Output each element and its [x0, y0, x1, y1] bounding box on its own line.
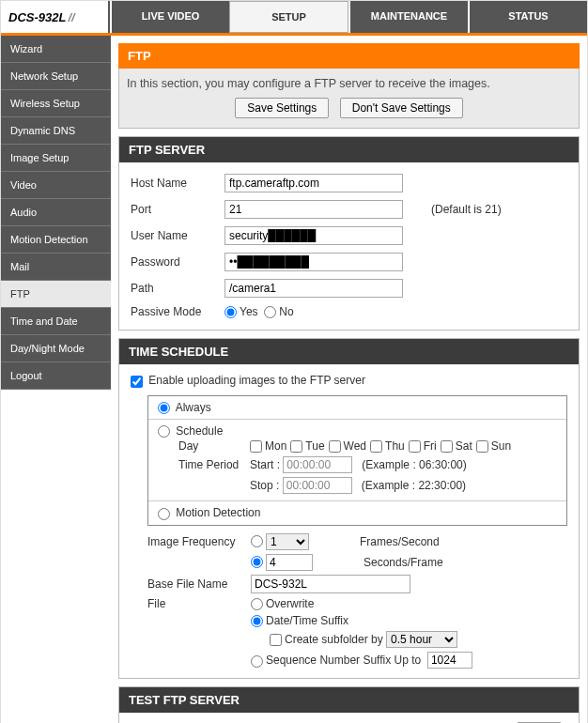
intro-box: In this section, you may configure a FTP…: [118, 69, 580, 129]
day-tue[interactable]: Tue: [290, 439, 324, 453]
motion-detection-option[interactable]: Motion Detection: [158, 506, 260, 519]
sequence-suffix-option[interactable]: Sequence Number Suffix Up to: [251, 654, 421, 667]
fps-select[interactable]: 1: [266, 533, 309, 550]
sidebar-item-day-night-mode[interactable]: Day/Night Mode: [1, 335, 111, 362]
test-ftp-heading: TEST FTP SERVER: [119, 687, 579, 713]
enable-upload-checkbox[interactable]: [131, 376, 143, 388]
host-name-input[interactable]: [224, 174, 403, 192]
intro-text: In this section, you may configure a FTP…: [125, 73, 573, 98]
file-label: File: [147, 597, 251, 610]
start-label: Start :: [250, 458, 280, 471]
tab-maintenance[interactable]: MAINTENANCE: [348, 1, 468, 33]
passive-no-option[interactable]: No: [264, 305, 293, 318]
base-file-name-label: Base File Name: [147, 577, 251, 591]
sidebar-item-logout[interactable]: Logout: [1, 362, 111, 390]
dont-save-settings-top-button[interactable]: Don't Save Settings: [340, 98, 463, 118]
sidebar-item-audio[interactable]: Audio: [1, 199, 111, 226]
time-schedule-heading: TIME SCHEDULE: [119, 339, 579, 364]
port-input[interactable]: [224, 200, 403, 219]
sidebar-item-ftp[interactable]: FTP: [1, 281, 111, 308]
top-bar: DCS-932L // LIVE VIDEO SETUP MAINTENANCE…: [1, 1, 587, 36]
path-input[interactable]: [224, 279, 403, 298]
passive-no-radio[interactable]: [264, 306, 276, 318]
fps-unit: Frames/Second: [360, 535, 440, 548]
sequence-suffix-input[interactable]: [427, 652, 472, 669]
create-subfolder-label: Create subfolder by: [285, 633, 383, 646]
overwrite-option[interactable]: Overwrite: [251, 597, 314, 610]
sidebar-item-network-setup[interactable]: Network Setup: [1, 63, 111, 90]
day-mon[interactable]: Mon: [250, 439, 286, 453]
day-sun[interactable]: Sun: [476, 439, 511, 453]
user-name-label: User Name: [131, 229, 224, 242]
logo-slashes: //: [66, 10, 74, 24]
port-label: Port: [131, 203, 224, 216]
sequence-suffix-radio[interactable]: [251, 655, 263, 668]
fps-radio[interactable]: [251, 535, 263, 547]
tab-status[interactable]: STATUS: [468, 1, 587, 33]
time-period-label: Time Period: [178, 458, 250, 471]
stop-time-input[interactable]: [283, 477, 352, 494]
day-wed[interactable]: Wed: [329, 439, 366, 453]
stop-example: (Example : 22:30:00): [362, 479, 466, 492]
date-time-suffix-option[interactable]: Date/Time Suffix: [251, 614, 348, 627]
save-settings-top-button[interactable]: Save Settings: [235, 98, 329, 118]
tab-live-video[interactable]: LIVE VIDEO: [110, 1, 229, 33]
start-example: (Example : 06:30:00): [362, 458, 466, 471]
sidebar: Wizard Network Setup Wireless Setup Dyna…: [1, 36, 111, 390]
schedule-option[interactable]: Schedule: [158, 424, 223, 438]
sidebar-item-video[interactable]: Video: [1, 172, 111, 199]
sidebar-item-dynamic-dns[interactable]: Dynamic DNS: [1, 117, 111, 145]
passive-yes-radio[interactable]: [224, 306, 237, 318]
test-ftp-panel: TEST FTP SERVER A JPEG file will be sent…: [118, 686, 580, 723]
create-subfolder-checkbox[interactable]: [270, 634, 282, 646]
time-schedule-panel: TIME SCHEDULE Enable uploading images to…: [118, 338, 580, 679]
passive-yes-option[interactable]: Yes: [224, 305, 258, 318]
day-thu[interactable]: Thu: [370, 439, 405, 453]
always-radio[interactable]: [158, 402, 170, 414]
overwrite-radio[interactable]: [251, 598, 263, 610]
passive-mode-label: Passive Mode: [131, 305, 224, 318]
page-title: FTP: [118, 43, 580, 69]
tab-setup[interactable]: SETUP: [229, 1, 348, 33]
day-label: Day: [178, 439, 250, 453]
port-hint: (Default is 21): [403, 203, 502, 216]
ftp-server-panel: FTP SERVER Host Name Port (Default is 21…: [118, 136, 580, 331]
password-input[interactable]: [224, 253, 403, 271]
schedule-mode-box: Always Schedule Day Mon Tue: [147, 395, 567, 526]
spf-unit: Seconds/Frame: [364, 556, 443, 569]
date-time-suffix-radio[interactable]: [251, 615, 263, 627]
sidebar-item-time-and-date[interactable]: Time and Date: [1, 308, 111, 335]
ftp-server-heading: FTP SERVER: [119, 137, 579, 162]
product-logo: DCS-932L //: [1, 1, 110, 33]
enable-upload-option[interactable]: Enable uploading images to the FTP serve…: [131, 374, 365, 387]
content: FTP In this section, you may configure a…: [111, 36, 587, 723]
always-option[interactable]: Always: [158, 401, 211, 414]
spf-radio[interactable]: [251, 556, 263, 568]
day-sat[interactable]: Sat: [441, 439, 472, 453]
sidebar-item-wizard[interactable]: Wizard: [1, 36, 111, 63]
password-label: Password: [131, 255, 224, 269]
spf-input[interactable]: [266, 554, 313, 571]
product-name: DCS-932L: [8, 10, 66, 24]
sidebar-item-wireless-setup[interactable]: Wireless Setup: [1, 90, 111, 117]
main-tabs: LIVE VIDEO SETUP MAINTENANCE STATUS: [110, 1, 587, 33]
sidebar-item-mail[interactable]: Mail: [1, 254, 111, 281]
schedule-radio[interactable]: [158, 425, 170, 438]
motion-detection-radio[interactable]: [158, 508, 170, 520]
user-name-input[interactable]: [224, 226, 403, 245]
stop-label: Stop :: [250, 479, 279, 492]
create-subfolder-select[interactable]: 0.5 hour: [386, 631, 457, 648]
base-file-name-input[interactable]: [251, 575, 410, 593]
host-name-label: Host Name: [131, 177, 224, 190]
start-time-input[interactable]: [283, 456, 352, 473]
sidebar-item-motion-detection[interactable]: Motion Detection: [1, 226, 111, 254]
image-frequency-label: Image Frequency: [147, 535, 251, 548]
day-fri[interactable]: Fri: [409, 439, 437, 453]
path-label: Path: [131, 282, 224, 295]
sidebar-item-image-setup[interactable]: Image Setup: [1, 145, 111, 172]
